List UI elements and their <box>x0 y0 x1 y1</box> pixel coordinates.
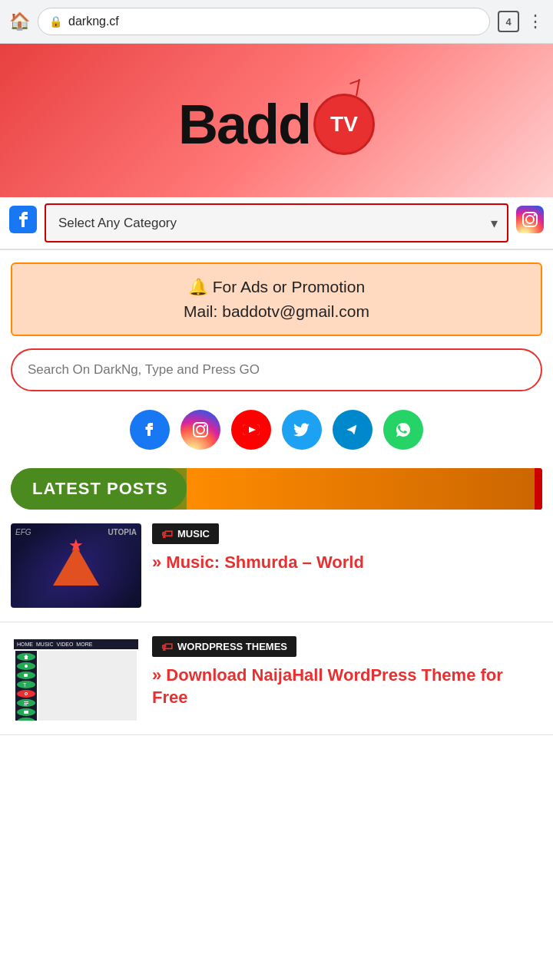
tabs-button[interactable]: 4 <box>498 11 519 32</box>
post-category-text: MUSIC <box>177 528 210 539</box>
post-info-wp: 🏷 WORDPRESS THEMES Download NaijaHall Wo… <box>152 636 542 708</box>
browser-menu-icon[interactable]: ⋮ <box>527 12 544 31</box>
svg-rect-19 <box>24 701 28 702</box>
search-wrapper <box>11 348 542 391</box>
tag-icon: 🏷 <box>161 527 173 540</box>
latest-posts-label: LATEST POSTS <box>11 468 187 510</box>
promo-line1: 🔔 For Ads or Promotion <box>28 278 525 296</box>
promo-line2: Mail: baddotv@gmail.com <box>28 302 525 321</box>
thumb-wp-body: T <box>14 649 138 721</box>
latest-posts-header: LATEST POSTS <box>11 468 542 510</box>
tag-icon-wp: 🏷 <box>161 640 173 653</box>
browser-chrome: 🏠 🔒 darkng.cf 4 ⋮ <box>0 0 553 44</box>
url-text: darkng.cf <box>68 15 119 28</box>
category-select-wrapper[interactable]: Select Any Category Music Videos News Wo… <box>45 203 508 243</box>
sidebar-item-mixtape <box>17 708 35 716</box>
post-title-music[interactable]: Music: Shmurda – World <box>152 552 542 574</box>
nav-instagram-icon[interactable] <box>516 206 544 240</box>
lock-icon: 🔒 <box>49 15 62 28</box>
antenna-icon <box>356 79 360 96</box>
bottom-spacer <box>0 735 553 758</box>
tabs-count: 4 <box>505 16 511 28</box>
post-category-text-wp: WORDPRESS THEMES <box>177 641 287 652</box>
svg-text:T: T <box>23 682 27 688</box>
thumb-wp-sidebar: T <box>15 651 37 721</box>
twitter-icon[interactable] <box>282 410 322 450</box>
search-input[interactable] <box>11 348 542 391</box>
post-item-wp: HOME MUSIC VIDEO MORE T <box>0 622 553 735</box>
thumb-wp-content <box>38 651 137 721</box>
latest-posts-bar <box>187 468 535 510</box>
site-header: Badd TV <box>0 44 553 197</box>
post-item: EFG UTOPIA ★ 🏷 MUSIC Music: Shmurda – Wo… <box>0 510 553 622</box>
telegram-icon[interactable] <box>333 410 373 450</box>
sidebar-item-music <box>17 662 35 670</box>
nav-facebook-icon[interactable] <box>9 206 37 240</box>
logo-tv-text: TV <box>330 112 358 137</box>
logo-tv-badge: TV <box>313 94 375 155</box>
thumb-wp-nav: HOME MUSIC VIDEO MORE <box>14 639 138 649</box>
svg-rect-20 <box>24 703 28 704</box>
svg-point-14 <box>25 665 28 668</box>
logo-text: Badd <box>178 97 310 152</box>
post-title-wp[interactable]: Download NaijaHall WordPress Theme for F… <box>152 665 542 708</box>
svg-marker-13 <box>24 655 28 659</box>
post-category-badge-music[interactable]: 🏷 MUSIC <box>152 523 219 544</box>
facebook-icon[interactable] <box>130 410 170 450</box>
post-thumbnail-wp: HOME MUSIC VIDEO MORE T <box>11 636 141 721</box>
sidebar-item-instrumental <box>17 718 35 721</box>
post-thumbnail-music: EFG UTOPIA ★ <box>11 523 141 608</box>
svg-marker-22 <box>24 711 28 714</box>
whatsapp-icon[interactable] <box>383 410 423 450</box>
svg-point-4 <box>534 214 536 216</box>
social-icons-row <box>0 396 553 460</box>
thumb-label: EFG <box>15 528 31 536</box>
post-info-music: 🏷 MUSIC Music: Shmurda – World <box>152 523 542 574</box>
svg-rect-15 <box>24 674 28 677</box>
svg-point-7 <box>204 424 206 427</box>
svg-point-18 <box>25 693 27 695</box>
home-icon[interactable]: 🏠 <box>9 12 30 31</box>
logo-container: Badd TV <box>178 94 375 155</box>
svg-rect-1 <box>516 206 544 233</box>
sidebar-item-tutorials: T <box>17 681 35 688</box>
promo-box: 🔔 For Ads or Promotion Mail: baddotv@gma… <box>11 262 542 336</box>
instagram-icon[interactable] <box>180 410 220 450</box>
sidebar-item-home <box>17 653 35 661</box>
youtube-icon[interactable] <box>231 410 271 450</box>
svg-point-6 <box>197 426 204 434</box>
thumb-brand: UTOPIA <box>108 528 137 536</box>
category-select[interactable]: Select Any Category Music Videos News Wo… <box>45 203 508 243</box>
url-bar[interactable]: 🔒 darkng.cf <box>38 8 490 35</box>
sidebar-item-lyrics <box>17 699 35 707</box>
sidebar-item-video <box>17 671 35 679</box>
nav-bar: Select Any Category Music Videos News Wo… <box>0 197 553 250</box>
sidebar-item-albums <box>17 690 35 698</box>
latest-posts-stripe <box>535 468 542 510</box>
post-category-badge-wp[interactable]: 🏷 WORDPRESS THEMES <box>152 636 296 657</box>
svg-rect-21 <box>24 704 27 705</box>
